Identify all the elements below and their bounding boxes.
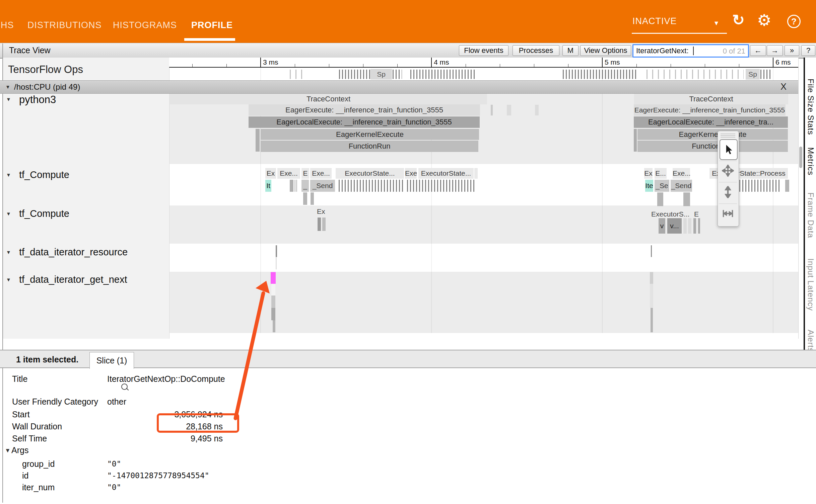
slice-small[interactable] bbox=[693, 218, 696, 234]
processes-button[interactable]: Processes bbox=[513, 45, 559, 56]
executor-label[interactable]: Ex bbox=[317, 207, 325, 216]
resource-slice[interactable] bbox=[276, 245, 277, 257]
refresh-icon[interactable]: ↻ bbox=[732, 11, 745, 28]
slice-v[interactable]: v bbox=[659, 218, 665, 234]
iterator-slice[interactable] bbox=[650, 284, 653, 308]
slice-send[interactable]: _Se bbox=[655, 180, 669, 192]
metadata-button[interactable]: M bbox=[562, 45, 579, 56]
collapse-arrow-icon[interactable]: ▼ bbox=[6, 249, 11, 255]
iterator-slice[interactable] bbox=[271, 284, 275, 296]
slice-small[interactable] bbox=[535, 105, 539, 115]
tab-distributions[interactable]: DISTRIBUTIONS bbox=[27, 20, 102, 30]
executor-label[interactable]: E bbox=[301, 168, 309, 179]
host-cpu-row[interactable] bbox=[0, 80, 798, 94]
executor-label[interactable]: Exe bbox=[405, 168, 417, 179]
iterator-slice[interactable] bbox=[651, 308, 653, 332]
collapse-arrow-icon[interactable]: ▼ bbox=[6, 211, 11, 217]
slice-descendant[interactable] bbox=[303, 192, 307, 205]
slice-send[interactable]: _Send bbox=[671, 180, 692, 192]
gear-icon[interactable]: ⚙ bbox=[757, 11, 771, 29]
slice-eager-local-execute[interactable]: EagerLocalExecute: __inference_train_fun… bbox=[249, 116, 480, 128]
executor-label[interactable]: ExecutorState... bbox=[336, 168, 404, 179]
shortcuts-help-button[interactable]: ? bbox=[801, 45, 815, 56]
track-label-iterator-resource[interactable]: tf_data_iterator_resource bbox=[19, 247, 128, 258]
slice-stub[interactable] bbox=[256, 129, 260, 152]
iterator-slice[interactable] bbox=[271, 308, 275, 320]
flow-events-button[interactable]: Flow events bbox=[459, 45, 508, 56]
executor-label[interactable]: Exe... bbox=[310, 168, 332, 179]
run-selector-dropdown[interactable]: INACTIVE ▾ bbox=[632, 13, 727, 34]
slice-underscore[interactable]: _ bbox=[301, 180, 309, 192]
iterator-slice[interactable] bbox=[650, 272, 653, 284]
more-tools-button[interactable]: » bbox=[785, 45, 799, 56]
slice-small[interactable] bbox=[785, 180, 789, 192]
slice-descendant[interactable] bbox=[657, 192, 663, 206]
slice-small[interactable] bbox=[318, 218, 321, 231]
slice-descendant[interactable] bbox=[311, 192, 314, 205]
timing-tool-button[interactable] bbox=[719, 203, 737, 223]
slice-send[interactable]: _Send bbox=[310, 180, 335, 192]
tab-histograms[interactable]: HISTOGRAMS bbox=[113, 20, 177, 30]
help-icon[interactable]: ? bbox=[787, 15, 801, 28]
sidebar-tab-frame-data[interactable]: Frame Data bbox=[806, 192, 815, 238]
slice-iterator-teal[interactable]: Ite bbox=[645, 180, 653, 192]
palette-drag-handle[interactable] bbox=[721, 133, 735, 138]
select-tool-button[interactable] bbox=[720, 139, 738, 160]
resource-slice[interactable] bbox=[651, 245, 652, 257]
track-label-python3[interactable]: python3 bbox=[19, 94, 56, 106]
search-icon[interactable] bbox=[121, 384, 128, 390]
slice-small[interactable] bbox=[698, 218, 700, 234]
slice-v[interactable]: v... bbox=[667, 218, 682, 234]
executor-label[interactable]: ExecutorS... bbox=[651, 210, 689, 218]
slice-iterator-teal[interactable]: It bbox=[265, 180, 271, 192]
selected-iterator-slice-pink[interactable] bbox=[271, 272, 276, 284]
slice-eager-kernel-execute[interactable]: EagerKernelExecute bbox=[637, 129, 788, 140]
sidebar-tab-file-size-stats[interactable]: File Size Stats bbox=[806, 79, 815, 135]
slice-trace-context[interactable]: TraceContext bbox=[170, 94, 487, 104]
find-next-button[interactable]: → bbox=[767, 45, 783, 56]
tab-profile[interactable]: PROFILE bbox=[191, 20, 233, 30]
args-collapse-icon[interactable]: ▼ bbox=[5, 447, 11, 454]
iterator-slice[interactable] bbox=[271, 296, 275, 308]
slice-eager-execute[interactable]: EagerExecute: __inference_train_function… bbox=[634, 104, 786, 116]
slice-eager-kernel-execute[interactable]: EagerKernelExecute bbox=[261, 129, 479, 140]
close-icon[interactable]: X bbox=[780, 82, 787, 92]
slice-small[interactable] bbox=[322, 218, 326, 231]
find-prev-button[interactable]: ← bbox=[750, 45, 766, 56]
pan-tool-button[interactable] bbox=[719, 161, 737, 180]
slice-function-run[interactable]: FunctionRun bbox=[637, 141, 788, 152]
tab-slice[interactable]: Slice (1) bbox=[89, 352, 134, 369]
executor-label[interactable]: Exe... bbox=[277, 168, 300, 179]
slice-small[interactable] bbox=[290, 180, 293, 192]
sidebar-tab-alerts[interactable]: Alerts bbox=[806, 330, 815, 352]
executor-label[interactable]: E bbox=[694, 210, 699, 218]
collapse-arrow-icon[interactable]: ▼ bbox=[6, 277, 11, 282]
track-label-tf-compute-1[interactable]: tf_Compute bbox=[19, 169, 69, 180]
op-slice-sp[interactable]: Sp bbox=[370, 69, 392, 80]
slice-small[interactable] bbox=[491, 105, 493, 115]
slice-eager-execute[interactable]: EagerExecute: __inference_train_function… bbox=[249, 104, 480, 116]
op-slice-sp[interactable]: Sp bbox=[746, 69, 760, 80]
collapse-arrow-icon[interactable]: ▼ bbox=[5, 84, 10, 90]
slice-eager-local-execute[interactable]: EagerLocalExecute: __inference_tra... bbox=[634, 116, 788, 128]
collapse-arrow-icon[interactable]: ▼ bbox=[6, 96, 11, 102]
tool-palette[interactable] bbox=[718, 131, 739, 227]
iterator-slice[interactable] bbox=[273, 320, 275, 332]
executor-label[interactable]: ExecutorState... bbox=[418, 168, 474, 179]
slice-small[interactable] bbox=[507, 105, 511, 115]
zoom-tool-button[interactable] bbox=[719, 182, 737, 202]
executor-label[interactable]: E... bbox=[655, 168, 667, 179]
track-label-iterator-get-next[interactable]: tf_data_iterator_get_next bbox=[19, 274, 127, 285]
executor-label[interactable]: Ex bbox=[265, 168, 276, 179]
scrollbar-thumb[interactable] bbox=[799, 147, 802, 168]
find-input[interactable]: IteratorGetNext: 0 of 21 bbox=[632, 44, 749, 58]
slice-function-run[interactable]: FunctionRun bbox=[261, 141, 478, 152]
slice-descendant[interactable] bbox=[683, 192, 690, 206]
executor-label[interactable]: Exe... bbox=[673, 168, 690, 179]
slice-trace-context[interactable]: TraceContext bbox=[634, 94, 788, 104]
executor-label[interactable]: Ex bbox=[644, 168, 653, 179]
track-label-tf-compute-2[interactable]: tf_Compute bbox=[19, 208, 69, 219]
sidebar-tab-metrics[interactable]: Metrics bbox=[806, 147, 815, 175]
collapse-arrow-icon[interactable]: ▼ bbox=[6, 172, 11, 178]
slice-stub[interactable] bbox=[634, 129, 637, 152]
